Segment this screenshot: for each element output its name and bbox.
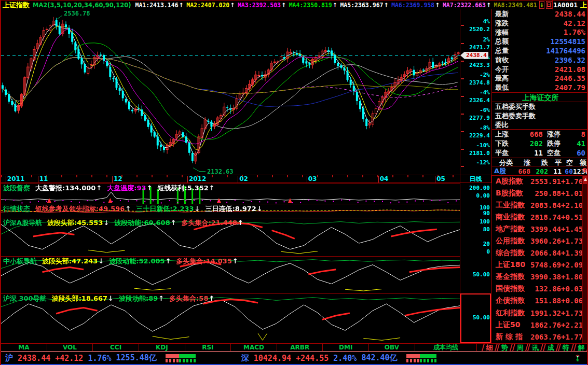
view-tab[interactable]: 讯 <box>527 344 543 351</box>
ma-value: MA6:2369.958↑ <box>391 2 440 9</box>
quote-row: 最低 2407.79 <box>492 83 588 92</box>
axis-price-label: 2520.2 <box>469 26 490 33</box>
indicator-tab[interactable]: VOL <box>47 344 93 351</box>
axis-tick <box>461 96 464 97</box>
stat-readout: 波段头部:47.243↓ <box>42 257 104 266</box>
panel-header: 中小板导航 波段头部:47.243↓波段动能:52.005↑多头集合:14.03… <box>3 257 238 266</box>
panel-hushen-a-navigator[interactable]: 沪深A股导航 波段头部:45.553↓波段动能:60.608↑多头集合:21.4… <box>1 218 460 256</box>
index-row[interactable]: 红利指数 1991.32 +1.73% <box>492 307 582 319</box>
panel-hs300-navigator[interactable]: 沪深 300导航 波段头部:18.667↓波段动能:89↑多头集合:58↑ <box>1 293 460 343</box>
column-header: 涨 <box>513 158 530 167</box>
daily-period-icon[interactable]: 日 <box>546 1 552 9</box>
column-header: 空 <box>562 158 573 167</box>
index-name: 新 综 指 <box>496 332 530 342</box>
classification-row[interactable]: A股 66820211601236 <box>492 166 588 176</box>
index-list: A股指数 2553.91 +1.76% B股指数 250.88 +1.01% 工… <box>492 175 582 343</box>
indicator-tab[interactable]: ARBR <box>277 344 323 351</box>
index-row[interactable]: 上证50 1862.76 +2.21% <box>492 319 582 331</box>
indicator-tab[interactable]: RSI <box>185 344 231 351</box>
panel-sme-navigator[interactable]: 中小板导航 波段头部:47.243↓波段动能:52.005↑多头集合:14.03… <box>1 256 460 293</box>
indicator-tab[interactable]: MA <box>1 344 47 351</box>
index-value: 2066.84 <box>530 249 561 257</box>
panel-header: 行情状态 短线参考及领先指标:49.596↑三十日新低:2.233↓三日连低:8… <box>3 204 263 214</box>
view-tab[interactable]: 特 <box>558 344 574 351</box>
index-row[interactable]: 商业指数 2818.74 +0.51% <box>492 211 582 223</box>
shenzhen-summary[interactable]: 深 10424.94 +244.55 2.40% 842.40亿 <box>241 353 436 363</box>
axis-tick <box>461 131 464 132</box>
period-label[interactable]: 日线 <box>460 175 491 183</box>
axis-pct-label: -10% <box>476 142 490 149</box>
index-row[interactable]: 基金指数 3990.38 +1.80% <box>492 271 582 283</box>
scrollbar-up-arrow[interactable]: ▲ <box>583 176 588 184</box>
indicator-tab[interactable]: OBV <box>369 344 415 351</box>
axis-pct-label: -8% <box>480 124 490 131</box>
panel-scale-label: 100 <box>480 218 490 225</box>
view-tab[interactable]: 细 <box>482 344 498 351</box>
depth-row-label: 五档委买手数 <box>492 102 588 111</box>
market-price: 2438.44 <box>18 354 50 363</box>
time-ticks <box>1 175 460 177</box>
ma-value: MA7:2322.663↑ <box>443 2 491 9</box>
index-name: 红利指数 <box>496 308 530 318</box>
stat-readout: 波段动能:60.608↑ <box>114 218 176 228</box>
quote-label: 最新 <box>495 9 509 19</box>
index-row[interactable]: 新 综 指 2063.76 +1.77% <box>492 331 582 343</box>
panel-band-inspector[interactable]: 波段督察 大盘警报:134.000↑大盘温度:93↑短线获利:5.352↑ <box>1 183 460 204</box>
view-tab[interactable]: 周 <box>512 344 528 351</box>
indicator-tab[interactable]: CCI <box>93 344 139 351</box>
index-name: 上证50 <box>496 320 530 330</box>
top-indicator-bar: 上证指数 MA2(3,5,10,20,34,60,90,120) MA1:241… <box>1 1 588 10</box>
index-change: +2.21% <box>561 321 582 329</box>
index-value: 1991.32 <box>530 309 561 317</box>
axis-tick <box>461 61 464 62</box>
index-value: 1862.76 <box>530 321 561 329</box>
axis-tick <box>461 114 464 115</box>
quote-label: 最高 <box>495 74 509 83</box>
panel-header: 沪深A股导航 波段头部:45.553↓波段动能:60.608↑多头集合:21.4… <box>3 218 243 228</box>
depth-row-label: 委比 <box>492 120 588 129</box>
index-scrollbar[interactable]: ▲ <box>582 175 588 343</box>
shanghai-summary[interactable]: 沪 2438.44 +42.12 1.76% 1255.48亿 <box>5 353 196 363</box>
panel-stats: 波段头部:47.243↓波段动能:52.005↑多头集合:14.035↑ <box>42 257 238 266</box>
index-row[interactable]: 企债指数 151.88 +0.06% <box>492 295 582 307</box>
indicator-tab[interactable]: 成本均线 <box>415 344 477 351</box>
down-arrow-icon[interactable]: ↓ <box>539 1 544 9</box>
view-tab[interactable]: 解 <box>573 344 588 351</box>
quote-row: 最高 2446.35 <box>492 74 588 83</box>
index-row[interactable]: 公用指数 3960.26 +1.73% <box>492 235 582 247</box>
indicator-tab[interactable]: KDJ <box>139 344 185 351</box>
ma-value: MA3:2392.503↑ <box>238 2 286 9</box>
stat-readout: 大盘警报:134.000↑ <box>35 184 102 193</box>
axis-tick <box>461 149 464 150</box>
view-tab[interactable]: 势 <box>497 344 513 351</box>
index-row[interactable]: 国债指数 132.86 +0.03% <box>492 283 582 295</box>
index-value: 250.88 <box>530 189 561 198</box>
quote-row: 最新 2438.44 <box>492 9 588 19</box>
index-row[interactable]: 工业指数 2083.84 +2.10% <box>492 199 582 211</box>
time-axis[interactable]: 20111112201202030405 <box>1 175 460 183</box>
index-row[interactable]: B股指数 250.88 +1.01% <box>492 187 582 199</box>
axis-tick <box>461 43 464 44</box>
index-row[interactable]: 地产指数 3399.44 +1.45% <box>492 223 582 235</box>
panel-title: 波段督察 <box>3 184 30 193</box>
index-row[interactable]: 综合指数 2066.84 +1.39% <box>492 247 582 259</box>
view-tab[interactable]: 成 <box>543 344 559 351</box>
panel-scale-label: 200.00 <box>469 185 490 191</box>
index-row[interactable]: A股指数 2553.91 +1.76% <box>492 175 582 187</box>
classification-header: 分类涨跌平空额 <box>492 158 588 166</box>
class-value: 60 <box>562 167 573 175</box>
main-candlestick-chart[interactable] <box>1 9 460 175</box>
symbol-name: 上证指数 <box>580 1 588 10</box>
ma-readouts: MA1:2413.146↑ MA2:2407.020↑ MA3:2392.503… <box>135 2 537 9</box>
index-row[interactable]: 上证180 5748.69 +2.09% <box>492 259 582 271</box>
index-change: +1.76% <box>561 177 582 186</box>
ma-value: MA2:2407.020↑ <box>186 2 235 9</box>
quote-row: 涨幅 1.76% <box>492 28 588 37</box>
panel-stats: 波段头部:18.667↓波段动能:89↑多头集合:58↑ <box>52 294 215 303</box>
indicator-tab[interactable]: MACD <box>231 344 277 351</box>
target-icon[interactable]: ⊕ <box>582 166 586 174</box>
market-label: 深 <box>241 353 249 363</box>
indicator-tab[interactable]: DMI <box>323 344 369 351</box>
panel-market-state[interactable]: 行情状态 短线参考及领先指标:49.596↑三十日新低:2.233↓三日连低:8… <box>1 204 460 218</box>
panel-title: 行情状态 <box>3 204 30 214</box>
